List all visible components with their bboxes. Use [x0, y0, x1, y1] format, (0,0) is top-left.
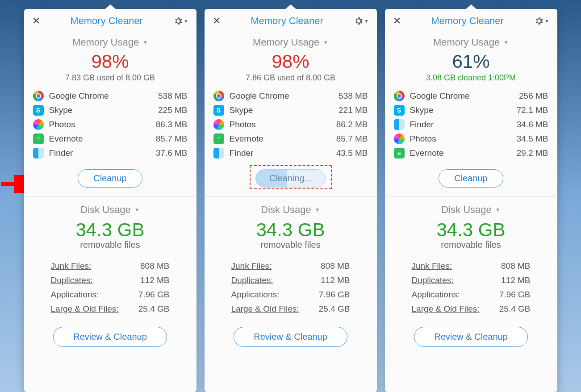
memory-usage-detail: 7.83 GB used of 8.00 GB: [24, 73, 196, 83]
evernote-icon: ≡: [394, 148, 405, 158]
app-size: 256 MB: [519, 91, 548, 101]
disk-row-label[interactable]: Applications:: [231, 290, 280, 300]
disk-row-label[interactable]: Duplicates:: [412, 275, 454, 285]
memory-usage-percent: 98%: [24, 51, 196, 72]
app-size: 86.2 MB: [336, 120, 368, 129]
memory-usage-header[interactable]: Memory Usage ▼: [24, 37, 196, 48]
app-row: Google Chrome538 MB: [33, 89, 188, 103]
disk-row-value: 808 MB: [501, 261, 530, 271]
memory-usage-label: Memory Usage: [253, 37, 319, 48]
chevron-down-icon: ▼: [184, 19, 188, 24]
disk-usage-label: Disk Usage: [441, 204, 491, 216]
review-cleanup-button[interactable]: Review & Cleanup: [234, 327, 347, 347]
settings-button[interactable]: ▼: [354, 16, 369, 26]
app-row: ≡Evernote85.7 MB: [33, 132, 188, 146]
app-size: 37.6 MB: [156, 148, 188, 158]
evernote-icon: ≡: [213, 133, 224, 144]
disk-row-label[interactable]: Large & Old Files:: [231, 304, 299, 314]
disk-row-label[interactable]: Large & Old Files:: [412, 304, 480, 314]
disk-row-value: 112 MB: [321, 275, 350, 285]
disk-row: Duplicates:112 MB: [231, 273, 350, 288]
disk-row: Applications:7.96 GB: [51, 288, 170, 302]
disk-row-value: 808 MB: [321, 261, 350, 271]
disk-row-value: 7.96 GB: [138, 290, 170, 300]
memory-cleaner-panel: ✕ Memory Cleaner ▼ Memory Usage ▼ 98% 7.…: [24, 9, 196, 392]
disk-row-label[interactable]: Junk Files:: [412, 261, 452, 271]
skype-icon: S: [33, 105, 44, 116]
disk-row-list: Junk Files:808 MB Duplicates:112 MB Appl…: [231, 259, 350, 316]
app-size: 538 MB: [339, 91, 368, 101]
chevron-down-icon: ▼: [545, 19, 549, 24]
skype-icon: S: [394, 105, 405, 116]
disk-row-list: Junk Files:808 MB Duplicates:112 MB Appl…: [412, 259, 531, 316]
disk-usage-header[interactable]: Disk Usage ▼: [24, 204, 196, 216]
memory-usage-detail: 7.86 GB used of 8.00 GB: [205, 73, 377, 83]
disk-row-label[interactable]: Applications:: [412, 290, 460, 300]
disk-row-value: 808 MB: [140, 261, 169, 271]
disk-row: Large & Old Files:25.4 GB: [231, 302, 350, 316]
close-button[interactable]: ✕: [32, 15, 40, 27]
memory-usage-label: Memory Usage: [72, 37, 139, 48]
app-size: 34.6 MB: [517, 120, 548, 129]
chrome-icon: [33, 91, 44, 101]
disk-row-label[interactable]: Duplicates:: [51, 275, 93, 285]
memory-usage-percent: 61%: [385, 51, 557, 72]
disk-removable-label: removable files: [24, 240, 196, 250]
settings-button[interactable]: ▼: [173, 16, 188, 26]
disk-usage-header[interactable]: Disk Usage ▼: [385, 204, 557, 216]
disk-row: Applications:7.96 GB: [412, 288, 531, 302]
app-name: Finder: [230, 148, 336, 158]
close-button[interactable]: ✕: [213, 15, 221, 27]
memory-usage-header[interactable]: Memory Usage ▼: [385, 37, 557, 48]
cleanup-button[interactable]: Cleanup: [78, 169, 142, 188]
settings-button[interactable]: ▼: [534, 16, 549, 26]
chevron-down-icon: ▼: [142, 39, 148, 46]
app-name: Evernote: [49, 134, 156, 144]
app-title: Memory Cleaner: [431, 15, 504, 27]
app-row: SSkype225 MB: [33, 103, 188, 117]
memory-cleaned-detail: 3.08 GB cleaned 1:00PM: [385, 73, 557, 83]
memory-cleaner-panel: ✕ Memory Cleaner ▼ Memory Usage ▼ 98% 7.…: [205, 9, 377, 392]
app-row: ≡Evernote85.7 MB: [213, 132, 368, 146]
review-cleanup-button[interactable]: Review & Cleanup: [414, 327, 528, 347]
disk-row: Duplicates:112 MB: [51, 273, 170, 288]
app-row: SSkype72.1 MB: [394, 103, 548, 117]
cleanup-button[interactable]: Cleanup: [439, 169, 503, 188]
app-title: Memory Cleaner: [251, 15, 323, 27]
app-name: Photos: [49, 120, 156, 129]
close-button[interactable]: ✕: [393, 15, 401, 27]
disk-removable-label: removable files: [385, 240, 557, 250]
disk-row-value: 7.96 GB: [499, 290, 531, 300]
app-size: 29.2 MB: [517, 148, 548, 158]
app-size: 43.5 MB: [336, 148, 368, 158]
disk-row: Junk Files:808 MB: [231, 259, 350, 273]
disk-row: Junk Files:808 MB: [412, 259, 531, 273]
disk-row-label[interactable]: Large & Old Files:: [51, 304, 119, 314]
divider: [24, 196, 196, 197]
cleaning-button: Cleaning...: [255, 169, 326, 188]
disk-row-label[interactable]: Junk Files:: [231, 261, 272, 271]
app-name: Skype: [230, 105, 339, 115]
app-row: Photos34.5 MB: [394, 132, 548, 146]
app-name: Google Chrome: [230, 91, 339, 101]
disk-row-label[interactable]: Duplicates:: [231, 275, 273, 285]
finder-icon: [33, 148, 44, 158]
review-cleanup-button[interactable]: Review & Cleanup: [53, 327, 167, 347]
app-name: Photos: [230, 120, 336, 129]
memory-usage-header[interactable]: Memory Usage ▼: [205, 37, 377, 48]
gear-icon: [354, 16, 364, 26]
disk-usage-header[interactable]: Disk Usage ▼: [205, 204, 377, 216]
disk-row-label[interactable]: Junk Files:: [51, 261, 92, 271]
disk-removable-size: 34.3 GB: [205, 219, 377, 241]
photos-icon: [394, 133, 405, 144]
app-row: Photos86.2 MB: [213, 117, 368, 132]
disk-row-label[interactable]: Applications:: [51, 290, 99, 300]
app-name: Finder: [49, 148, 156, 158]
chevron-down-icon: ▼: [495, 207, 501, 213]
app-name: Finder: [410, 120, 517, 129]
app-row: Finder43.5 MB: [213, 146, 368, 160]
memory-usage-percent: 98%: [205, 51, 377, 72]
app-row: Google Chrome538 MB: [213, 89, 368, 103]
app-name: Skype: [49, 105, 159, 115]
disk-removable-label: removable files: [205, 240, 377, 250]
